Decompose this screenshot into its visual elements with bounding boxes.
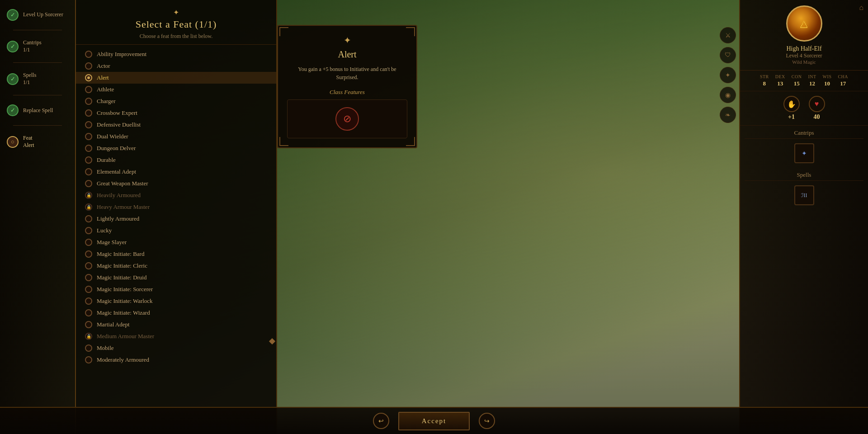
feat-name-magic-initiate-wizard: Magic Initiate: Wizard [97, 309, 150, 316]
nav-icon-combat[interactable]: ⚔ [720, 27, 736, 43]
feat-class-feature-box: ⊘ [287, 99, 407, 138]
feat-item-charger[interactable]: Charger [76, 95, 276, 107]
feat-name-athlete: Athlete [97, 86, 114, 93]
char-secondary-stats: ✋ +1 ♥ 40 [740, 91, 868, 126]
char-emblem: 🜂 [786, 5, 822, 42]
feat-item-crossbow-expert[interactable]: Crossbow Expert [76, 107, 276, 119]
stat-col-dex: DEX13 [775, 74, 785, 87]
feat-name-elemental-adept: Elemental Adept [97, 168, 136, 175]
progress-item-cantrips[interactable]: ✓ Cantrips1/1 [7, 39, 68, 53]
corner-tl [279, 27, 288, 36]
feat-radio-lucky [85, 227, 92, 234]
stat-col-con: CON15 [792, 74, 802, 87]
left-panel: ✓ Level Up Sorcerer ✓ Cantrips1/1 ✓ Spel… [0, 0, 76, 434]
nav-icon-nature[interactable]: ❧ [720, 107, 736, 123]
progress-label-feat: FeatAlert [23, 135, 34, 149]
feat-item-mobile[interactable]: Mobile [76, 342, 276, 354]
cantrips-label: Cantrips [745, 126, 863, 139]
feat-item-magic-initiate-druid[interactable]: Magic Initiate: Druid [76, 272, 276, 283]
progress-item-spells[interactable]: ✓ Spells1/1 [7, 72, 68, 86]
stat-col-str: STR8 [760, 74, 769, 87]
feat-name-magic-initiate-druid: Magic Initiate: Druid [97, 274, 146, 281]
feat-item-medium-armour-master[interactable]: 🔒Medium Armour Master [76, 330, 276, 342]
nav-icon-perception[interactable]: ◉ [720, 87, 736, 103]
feat-item-durable[interactable]: Durable [76, 154, 276, 166]
stat-value-con: 15 [794, 80, 800, 87]
stat-value-wis: 10 [824, 80, 830, 87]
feat-name-mobile: Mobile [97, 344, 114, 352]
cantrips-row: ✦ [740, 139, 868, 168]
feat-item-elemental-adept[interactable]: Elemental Adept [76, 166, 276, 178]
feat-name-mage-slayer: Mage Slayer [97, 239, 127, 246]
feat-item-magic-initiate-warlock[interactable]: Magic Initiate: Warlock [76, 295, 276, 307]
feat-desc-title: Alert [338, 49, 356, 60]
divider-4 [13, 125, 62, 126]
feat-name-defensive-duellist: Defensive Duellist [97, 121, 141, 128]
cantrip-slot-1[interactable]: ✦ [794, 143, 814, 163]
stat-value-str: 8 [763, 80, 766, 87]
progress-item-levelup[interactable]: ✓ Level Up Sorcerer [7, 9, 68, 21]
stat-label-con: CON [792, 74, 802, 79]
stat-label-int: INT [808, 74, 816, 79]
proficiency-icon: ✋ [783, 96, 800, 112]
stat-label-str: STR [760, 74, 769, 79]
progress-item-replace-spell[interactable]: ✓ Replace Spell [7, 104, 68, 116]
progress-item-feat[interactable]: ○ FeatAlert [7, 135, 68, 149]
feat-radio-magic-initiate-wizard [85, 309, 92, 316]
feat-item-heavily-armoured[interactable]: 🔒Heavily Armoured [76, 189, 276, 201]
divider-1 [13, 30, 62, 30]
progress-icon-replace-spell: ✓ [7, 104, 19, 116]
feat-panel-subtitle: Choose a feat from the list below. [85, 33, 267, 40]
side-nav: ⚔ 🛡 ✦ ◉ ❧ [717, 0, 739, 434]
feat-list[interactable]: Ability ImprovementActorAlertAthleteChar… [76, 45, 276, 434]
forward-button[interactable]: ↪ [479, 413, 495, 429]
feat-item-heavy-armour-master[interactable]: 🔒Heavy Armour Master [76, 201, 276, 213]
feat-radio-charger [85, 98, 92, 105]
feat-item-magic-initiate-bard[interactable]: Magic Initiate: Bard [76, 248, 276, 260]
feat-item-lightly-armoured[interactable]: Lightly Armoured [76, 213, 276, 225]
char-class: Level 4 Sorcerer [786, 52, 822, 59]
progress-icon-spells: ✓ [7, 73, 19, 85]
feat-radio-actor [85, 62, 92, 70]
feat-item-dungeon-delver[interactable]: Dungeon Delver [76, 142, 276, 154]
back-button[interactable]: ↩ [373, 413, 389, 429]
feat-item-actor[interactable]: Actor [76, 60, 276, 72]
progress-icon-feat: ○ [7, 136, 19, 148]
corner-br [406, 137, 415, 146]
stat-col-int: INT12 [808, 74, 816, 87]
feat-radio-medium-armour-master: 🔒 [85, 333, 92, 340]
feat-radio-crossbow-expert [85, 109, 92, 117]
feat-item-magic-initiate-cleric[interactable]: Magic Initiate: Cleric [76, 260, 276, 272]
home-button[interactable]: ⌂ [859, 4, 863, 12]
corner-tr [406, 27, 415, 36]
feat-item-athlete[interactable]: Athlete [76, 84, 276, 95]
progress-label-replace-spell: Replace Spell [23, 107, 53, 114]
feat-name-charger: Charger [97, 98, 116, 105]
feat-name-lightly-armoured: Lightly Armoured [97, 215, 139, 222]
feat-item-magic-initiate-wizard[interactable]: Magic Initiate: Wizard [76, 307, 276, 319]
feat-panel-title: Select a Feat (1/1) [85, 19, 267, 30]
feat-class-features-label: Class Features [330, 89, 365, 96]
feat-radio-athlete [85, 86, 92, 93]
feat-radio-dual-wielder [85, 133, 92, 140]
feat-item-dual-wielder[interactable]: Dual Wielder [76, 131, 276, 142]
feat-item-great-weapon-master[interactable]: Great Weapon Master [76, 178, 276, 189]
feat-item-mage-slayer[interactable]: Mage Slayer [76, 236, 276, 248]
spell-slot-1[interactable]: ℐII [794, 185, 814, 205]
feat-radio-durable [85, 156, 92, 164]
feat-feature-icon: ⊘ [335, 107, 359, 131]
feat-item-martial-adept[interactable]: Martial Adept [76, 319, 276, 330]
feat-panel-ornament: ✦ [85, 8, 267, 17]
feat-item-defensive-duellist[interactable]: Defensive Duellist [76, 119, 276, 131]
feat-name-durable: Durable [97, 156, 116, 164]
feat-item-moderately-armoured[interactable]: Moderately Armoured [76, 354, 276, 366]
nav-icon-magic[interactable]: ✦ [720, 67, 736, 83]
nav-icon-defense[interactable]: 🛡 [720, 47, 736, 63]
progress-label-cantrips: Cantrips1/1 [23, 39, 42, 53]
accept-button[interactable]: Accept [398, 412, 470, 430]
feat-item-lucky[interactable]: Lucky [76, 225, 276, 236]
feat-desc-top-icon: ✦ [344, 35, 351, 46]
feat-item-ability-improvement[interactable]: Ability Improvement [76, 48, 276, 60]
feat-item-magic-initiate-sorcerer[interactable]: Magic Initiate: Sorcerer [76, 283, 276, 295]
feat-item-alert[interactable]: Alert [76, 72, 276, 84]
